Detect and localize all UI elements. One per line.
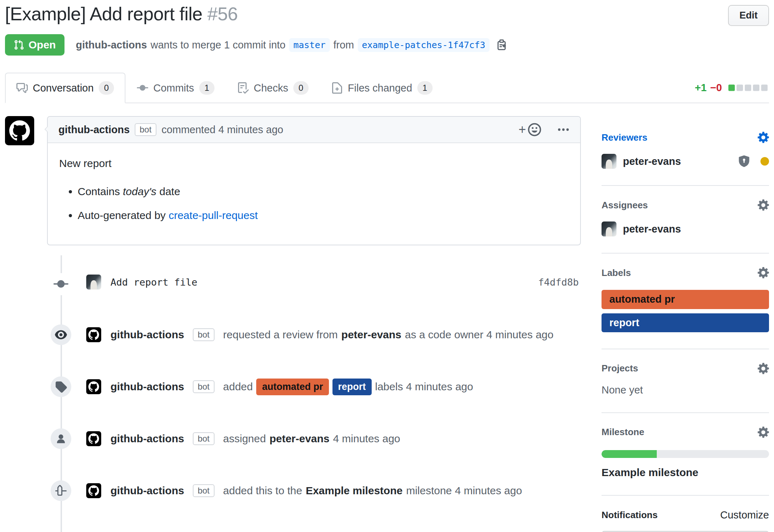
event-actor[interactable]: github-actions (110, 329, 184, 341)
gear-icon[interactable] (758, 132, 769, 143)
tab-checks[interactable]: Checks 0 (226, 73, 320, 103)
event-text: milestone 4 minutes ago (406, 485, 522, 497)
label-automated-pr[interactable]: automated pr (256, 379, 329, 395)
commit-message[interactable]: Add report file (110, 277, 197, 288)
avatar-peter-evans[interactable] (602, 221, 616, 236)
tabs: Conversation 0 Commits 1 Checks 0 (5, 73, 769, 103)
label-automated-pr[interactable]: automated pr (602, 290, 769, 309)
kebab-menu-icon[interactable] (557, 124, 569, 136)
person-icon (55, 433, 67, 444)
event-text: as a code owner 4 minutes ago (405, 329, 553, 341)
tab-commits[interactable]: Commits 1 (125, 73, 226, 103)
assignees-section: Assignees peter-evans (602, 199, 769, 254)
event-badge (51, 376, 71, 397)
pr-sidebar: Reviewers peter-evans Assignees (602, 116, 769, 532)
customize-link[interactable]: Customize (720, 509, 769, 521)
diff-block (728, 84, 735, 91)
pr-author[interactable]: github-actions (76, 39, 147, 51)
gear-icon[interactable] (758, 363, 769, 374)
avatar-github-actions[interactable] (86, 379, 101, 394)
reviewers-section: Reviewers peter-evans (602, 132, 769, 186)
bot-badge: bot (193, 328, 215, 341)
reviewers-title[interactable]: Reviewers (602, 132, 647, 143)
clipboard-copy-icon[interactable] (496, 39, 507, 51)
avatar-peter-evans[interactable] (86, 275, 101, 290)
bullet2-pre: Auto-generated by (78, 209, 169, 221)
bot-badge: bot (193, 380, 215, 393)
pending-review-dot-icon (760, 157, 769, 166)
pr-number: #56 (207, 4, 238, 24)
comment-thread: github-actions bot commented 4 minutes a… (5, 116, 581, 245)
assignees-title: Assignees (602, 200, 648, 211)
gear-icon[interactable] (758, 267, 769, 278)
comment-body: New report Contains today's date Auto-ge… (48, 143, 580, 245)
tab-commits-label: Commits (153, 82, 194, 94)
assignee-name[interactable]: peter-evans (623, 223, 681, 235)
avatar-github-actions[interactable] (86, 431, 101, 446)
timeline-event-milestoned: github-actions bot added this to the Exa… (5, 480, 581, 501)
create-pull-request-link[interactable]: create-pull-request (169, 209, 258, 221)
tab-files-changed[interactable]: Files changed 1 (320, 73, 444, 103)
event-text: labels 4 minutes ago (375, 381, 473, 393)
avatar-github-actions[interactable] (5, 116, 34, 145)
tab-conversation[interactable]: Conversation 0 (5, 73, 125, 103)
notifications-header: Notifications Customize (602, 509, 769, 521)
timeline-event-labels-added: github-actions bot added automated pr re… (5, 376, 581, 397)
gear-icon[interactable] (758, 199, 769, 211)
comment-bullet-1: Contains today's date (78, 183, 569, 199)
event-actor[interactable]: github-actions (110, 433, 184, 445)
file-diff-icon (331, 82, 343, 94)
tab-files-changed-count: 1 (417, 81, 433, 95)
bullet1-pre: Contains (78, 186, 123, 197)
avatar-peter-evans[interactable] (602, 154, 616, 169)
diff-block (753, 84, 759, 91)
conversation-main: github-actions bot commented 4 minutes a… (5, 116, 581, 532)
avatar-github-actions[interactable] (86, 483, 101, 498)
event-strong[interactable]: peter-evans (341, 329, 401, 341)
status-badge-label: Open (29, 39, 56, 51)
timeline-event-review-requested: github-actions bot requested a review fr… (5, 324, 581, 345)
milestone-icon (55, 485, 67, 496)
tab-commits-count: 1 (199, 81, 215, 95)
pr-status-row: Open github-actions wants to merge 1 com… (5, 34, 769, 56)
summary-text: wants to merge 1 commit into (150, 39, 285, 51)
milestone-progress-bar (602, 450, 769, 458)
milestone-name[interactable]: Example milestone (602, 466, 769, 479)
edit-button[interactable]: Edit (728, 5, 769, 26)
event-actor[interactable]: github-actions (110, 485, 184, 497)
diff-stat: +1 −0 (695, 82, 768, 94)
reviewer-row: peter-evans (602, 154, 769, 169)
comment-header: github-actions bot commented 4 minutes a… (48, 117, 580, 143)
status-badge: Open (5, 34, 64, 56)
pr-summary: github-actions wants to merge 1 commit i… (76, 38, 507, 52)
deletions-count: −0 (710, 82, 722, 94)
commit-sha[interactable]: f4dfd8b (538, 277, 579, 288)
projects-section: Projects None yet (602, 363, 769, 413)
labels-list: automated pr report (602, 290, 769, 332)
gear-icon[interactable] (758, 427, 769, 438)
label-report[interactable]: report (602, 313, 769, 332)
labels-header: Labels (602, 267, 769, 278)
diff-block (745, 84, 751, 91)
event-text: assigned (223, 433, 266, 445)
event-actor[interactable]: github-actions (110, 381, 184, 393)
comment-intro: New report (59, 155, 569, 171)
notifications-title: Notifications (602, 510, 657, 521)
timeline: Add report file f4dfd8b github-actions b… (5, 255, 581, 532)
bot-badge: bot (135, 123, 156, 136)
pr-title-text: [Example] Add report file (5, 4, 202, 24)
comment-meta[interactable]: commented 4 minutes ago (161, 124, 283, 136)
diff-stat-blocks (728, 84, 768, 91)
head-branch[interactable]: example-patches-1f47cf3 (358, 38, 490, 52)
labels-title: Labels (602, 267, 631, 278)
reviewer-name[interactable]: peter-evans (623, 156, 681, 167)
comment-author[interactable]: github-actions (58, 124, 130, 136)
base-branch[interactable]: master (289, 38, 330, 52)
tab-checks-count: 0 (293, 81, 309, 95)
label-report[interactable]: report (332, 379, 372, 395)
git-commit-icon (137, 82, 148, 94)
event-strong[interactable]: peter-evans (269, 433, 329, 445)
add-reaction-button[interactable]: + (518, 122, 542, 137)
avatar-github-actions[interactable] (86, 327, 101, 342)
event-strong[interactable]: Example milestone (306, 485, 403, 497)
